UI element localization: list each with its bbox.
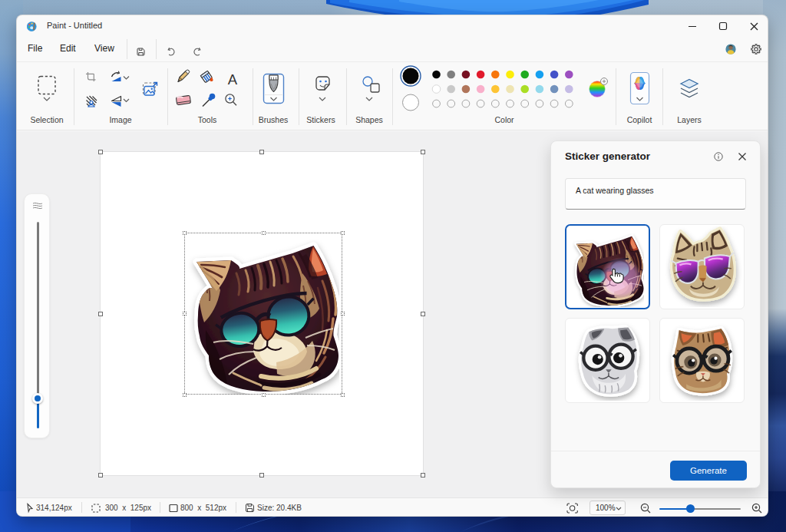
svg-text:Copilot: Copilot	[627, 115, 652, 124]
svg-text:Shapes: Shapes	[355, 115, 383, 124]
svg-text:Tools: Tools	[198, 115, 217, 124]
svg-text:Layers: Layers	[677, 115, 702, 124]
svg-text:Stickers: Stickers	[306, 115, 335, 124]
svg-text:Color: Color	[494, 115, 514, 124]
svg-text:Selection: Selection	[30, 115, 63, 124]
svg-text:A: A	[228, 71, 238, 88]
svg-text:Image: Image	[109, 115, 131, 124]
svg-text:Brushes: Brushes	[259, 115, 289, 124]
